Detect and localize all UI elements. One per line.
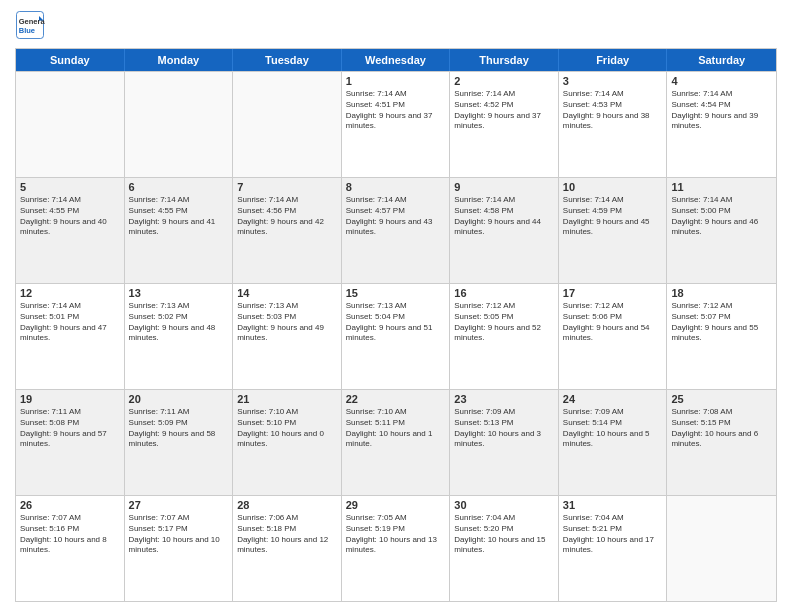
calendar-cell-8: 8Sunrise: 7:14 AMSunset: 4:57 PMDaylight… xyxy=(342,178,451,283)
cell-details: Sunrise: 7:14 AMSunset: 4:54 PMDaylight:… xyxy=(671,89,772,132)
day-number: 12 xyxy=(20,287,120,299)
cell-details: Sunrise: 7:12 AMSunset: 5:07 PMDaylight:… xyxy=(671,301,772,344)
calendar-cell-20: 20Sunrise: 7:11 AMSunset: 5:09 PMDayligh… xyxy=(125,390,234,495)
calendar-cell-18: 18Sunrise: 7:12 AMSunset: 5:07 PMDayligh… xyxy=(667,284,776,389)
cell-details: Sunrise: 7:14 AMSunset: 4:55 PMDaylight:… xyxy=(129,195,229,238)
calendar-cell-14: 14Sunrise: 7:13 AMSunset: 5:03 PMDayligh… xyxy=(233,284,342,389)
day-number: 17 xyxy=(563,287,663,299)
calendar-cell-13: 13Sunrise: 7:13 AMSunset: 5:02 PMDayligh… xyxy=(125,284,234,389)
calendar-cell-empty-2 xyxy=(233,72,342,177)
cell-details: Sunrise: 7:14 AMSunset: 4:52 PMDaylight:… xyxy=(454,89,554,132)
cell-details: Sunrise: 7:14 AMSunset: 4:51 PMDaylight:… xyxy=(346,89,446,132)
calendar-cell-21: 21Sunrise: 7:10 AMSunset: 5:10 PMDayligh… xyxy=(233,390,342,495)
day-number: 26 xyxy=(20,499,120,511)
day-number: 10 xyxy=(563,181,663,193)
calendar-cell-12: 12Sunrise: 7:14 AMSunset: 5:01 PMDayligh… xyxy=(16,284,125,389)
calendar-cell-1: 1Sunrise: 7:14 AMSunset: 4:51 PMDaylight… xyxy=(342,72,451,177)
cell-details: Sunrise: 7:14 AMSunset: 4:59 PMDaylight:… xyxy=(563,195,663,238)
calendar-row-4: 19Sunrise: 7:11 AMSunset: 5:08 PMDayligh… xyxy=(16,389,776,495)
day-number: 4 xyxy=(671,75,772,87)
calendar-cell-10: 10Sunrise: 7:14 AMSunset: 4:59 PMDayligh… xyxy=(559,178,668,283)
day-number: 5 xyxy=(20,181,120,193)
calendar-body: 1Sunrise: 7:14 AMSunset: 4:51 PMDaylight… xyxy=(16,71,776,601)
calendar-row-5: 26Sunrise: 7:07 AMSunset: 5:16 PMDayligh… xyxy=(16,495,776,601)
calendar-cell-2: 2Sunrise: 7:14 AMSunset: 4:52 PMDaylight… xyxy=(450,72,559,177)
calendar-cell-6: 6Sunrise: 7:14 AMSunset: 4:55 PMDaylight… xyxy=(125,178,234,283)
day-number: 24 xyxy=(563,393,663,405)
calendar-cell-19: 19Sunrise: 7:11 AMSunset: 5:08 PMDayligh… xyxy=(16,390,125,495)
cell-details: Sunrise: 7:10 AMSunset: 5:10 PMDaylight:… xyxy=(237,407,337,450)
calendar-cell-24: 24Sunrise: 7:09 AMSunset: 5:14 PMDayligh… xyxy=(559,390,668,495)
day-number: 29 xyxy=(346,499,446,511)
calendar-row-1: 1Sunrise: 7:14 AMSunset: 4:51 PMDaylight… xyxy=(16,71,776,177)
header-day-wednesday: Wednesday xyxy=(342,49,451,71)
day-number: 28 xyxy=(237,499,337,511)
calendar-page: General Blue SundayMondayTuesdayWednesda… xyxy=(0,0,792,612)
header-day-thursday: Thursday xyxy=(450,49,559,71)
day-number: 18 xyxy=(671,287,772,299)
day-number: 21 xyxy=(237,393,337,405)
cell-details: Sunrise: 7:14 AMSunset: 4:56 PMDaylight:… xyxy=(237,195,337,238)
day-number: 1 xyxy=(346,75,446,87)
day-number: 8 xyxy=(346,181,446,193)
cell-details: Sunrise: 7:06 AMSunset: 5:18 PMDaylight:… xyxy=(237,513,337,556)
calendar-grid: SundayMondayTuesdayWednesdayThursdayFrid… xyxy=(15,48,777,602)
day-number: 11 xyxy=(671,181,772,193)
header-day-tuesday: Tuesday xyxy=(233,49,342,71)
day-number: 25 xyxy=(671,393,772,405)
day-number: 3 xyxy=(563,75,663,87)
calendar-row-3: 12Sunrise: 7:14 AMSunset: 5:01 PMDayligh… xyxy=(16,283,776,389)
calendar-cell-17: 17Sunrise: 7:12 AMSunset: 5:06 PMDayligh… xyxy=(559,284,668,389)
header-day-friday: Friday xyxy=(559,49,668,71)
day-number: 31 xyxy=(563,499,663,511)
day-number: 30 xyxy=(454,499,554,511)
logo-icon: General Blue xyxy=(15,10,45,40)
cell-details: Sunrise: 7:10 AMSunset: 5:11 PMDaylight:… xyxy=(346,407,446,450)
calendar-cell-15: 15Sunrise: 7:13 AMSunset: 5:04 PMDayligh… xyxy=(342,284,451,389)
calendar-row-2: 5Sunrise: 7:14 AMSunset: 4:55 PMDaylight… xyxy=(16,177,776,283)
page-header: General Blue xyxy=(15,10,777,40)
calendar-cell-empty-1 xyxy=(125,72,234,177)
cell-details: Sunrise: 7:13 AMSunset: 5:04 PMDaylight:… xyxy=(346,301,446,344)
day-number: 19 xyxy=(20,393,120,405)
day-number: 27 xyxy=(129,499,229,511)
cell-details: Sunrise: 7:12 AMSunset: 5:05 PMDaylight:… xyxy=(454,301,554,344)
calendar-cell-29: 29Sunrise: 7:05 AMSunset: 5:19 PMDayligh… xyxy=(342,496,451,601)
cell-details: Sunrise: 7:14 AMSunset: 4:55 PMDaylight:… xyxy=(20,195,120,238)
cell-details: Sunrise: 7:04 AMSunset: 5:21 PMDaylight:… xyxy=(563,513,663,556)
cell-details: Sunrise: 7:05 AMSunset: 5:19 PMDaylight:… xyxy=(346,513,446,556)
cell-details: Sunrise: 7:14 AMSunset: 4:57 PMDaylight:… xyxy=(346,195,446,238)
cell-details: Sunrise: 7:14 AMSunset: 4:53 PMDaylight:… xyxy=(563,89,663,132)
cell-details: Sunrise: 7:09 AMSunset: 5:13 PMDaylight:… xyxy=(454,407,554,450)
calendar-cell-4: 4Sunrise: 7:14 AMSunset: 4:54 PMDaylight… xyxy=(667,72,776,177)
header-day-monday: Monday xyxy=(125,49,234,71)
calendar-cell-30: 30Sunrise: 7:04 AMSunset: 5:20 PMDayligh… xyxy=(450,496,559,601)
cell-details: Sunrise: 7:09 AMSunset: 5:14 PMDaylight:… xyxy=(563,407,663,450)
day-number: 7 xyxy=(237,181,337,193)
header-day-saturday: Saturday xyxy=(667,49,776,71)
day-number: 23 xyxy=(454,393,554,405)
calendar-cell-empty-0 xyxy=(16,72,125,177)
svg-text:Blue: Blue xyxy=(19,26,35,35)
calendar-cell-empty-6 xyxy=(667,496,776,601)
calendar-cell-7: 7Sunrise: 7:14 AMSunset: 4:56 PMDaylight… xyxy=(233,178,342,283)
header-day-sunday: Sunday xyxy=(16,49,125,71)
calendar-cell-5: 5Sunrise: 7:14 AMSunset: 4:55 PMDaylight… xyxy=(16,178,125,283)
day-number: 6 xyxy=(129,181,229,193)
cell-details: Sunrise: 7:13 AMSunset: 5:03 PMDaylight:… xyxy=(237,301,337,344)
calendar-cell-28: 28Sunrise: 7:06 AMSunset: 5:18 PMDayligh… xyxy=(233,496,342,601)
cell-details: Sunrise: 7:07 AMSunset: 5:17 PMDaylight:… xyxy=(129,513,229,556)
cell-details: Sunrise: 7:12 AMSunset: 5:06 PMDaylight:… xyxy=(563,301,663,344)
day-number: 13 xyxy=(129,287,229,299)
cell-details: Sunrise: 7:13 AMSunset: 5:02 PMDaylight:… xyxy=(129,301,229,344)
cell-details: Sunrise: 7:14 AMSunset: 5:01 PMDaylight:… xyxy=(20,301,120,344)
calendar-header: SundayMondayTuesdayWednesdayThursdayFrid… xyxy=(16,49,776,71)
calendar-cell-23: 23Sunrise: 7:09 AMSunset: 5:13 PMDayligh… xyxy=(450,390,559,495)
day-number: 15 xyxy=(346,287,446,299)
calendar-cell-16: 16Sunrise: 7:12 AMSunset: 5:05 PMDayligh… xyxy=(450,284,559,389)
calendar-cell-31: 31Sunrise: 7:04 AMSunset: 5:21 PMDayligh… xyxy=(559,496,668,601)
day-number: 9 xyxy=(454,181,554,193)
cell-details: Sunrise: 7:11 AMSunset: 5:09 PMDaylight:… xyxy=(129,407,229,450)
calendar-cell-27: 27Sunrise: 7:07 AMSunset: 5:17 PMDayligh… xyxy=(125,496,234,601)
cell-details: Sunrise: 7:14 AMSunset: 5:00 PMDaylight:… xyxy=(671,195,772,238)
